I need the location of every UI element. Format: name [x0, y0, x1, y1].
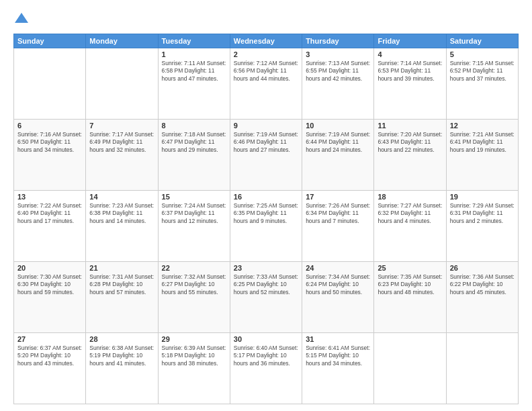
day-number: 6 — [17, 122, 82, 130]
calendar-cell: 11Sunrise: 7:20 AM Sunset: 6:43 PM Dayli… — [374, 120, 446, 191]
day-number: 11 — [378, 122, 442, 130]
calendar-cell: 21Sunrise: 7:31 AM Sunset: 6:28 PM Dayli… — [86, 262, 158, 333]
day-number: 23 — [234, 264, 298, 272]
day-number: 5 — [450, 50, 515, 58]
day-info: Sunrise: 7:19 AM Sunset: 6:46 PM Dayligh… — [234, 131, 298, 154]
calendar-cell: 15Sunrise: 7:24 AM Sunset: 6:37 PM Dayli… — [158, 191, 230, 262]
logo-icon — [13, 11, 30, 27]
calendar-cell: 30Sunrise: 6:40 AM Sunset: 5:17 PM Dayli… — [230, 333, 302, 404]
day-number: 3 — [306, 50, 370, 58]
day-info: Sunrise: 7:23 AM Sunset: 6:38 PM Dayligh… — [89, 202, 154, 225]
calendar-week-row: 27Sunrise: 6:37 AM Sunset: 5:20 PM Dayli… — [14, 333, 519, 404]
calendar-cell: 23Sunrise: 7:33 AM Sunset: 6:25 PM Dayli… — [230, 262, 302, 333]
day-number: 9 — [234, 122, 298, 130]
day-number: 14 — [89, 193, 154, 201]
weekday-header: Monday — [86, 34, 158, 48]
calendar-cell: 26Sunrise: 7:36 AM Sunset: 6:22 PM Dayli… — [446, 262, 518, 333]
calendar-cell: 9Sunrise: 7:19 AM Sunset: 6:46 PM Daylig… — [230, 120, 302, 191]
calendar-cell: 31Sunrise: 6:41 AM Sunset: 5:15 PM Dayli… — [302, 333, 374, 404]
day-number: 21 — [89, 264, 154, 272]
calendar-week-row: 1Sunrise: 7:11 AM Sunset: 6:58 PM Daylig… — [14, 48, 519, 120]
calendar-cell: 27Sunrise: 6:37 AM Sunset: 5:20 PM Dayli… — [14, 333, 86, 404]
svg-marker-0 — [15, 13, 28, 23]
weekday-header: Thursday — [302, 34, 374, 48]
day-info: Sunrise: 7:29 AM Sunset: 6:31 PM Dayligh… — [450, 202, 515, 225]
day-number: 18 — [378, 193, 442, 201]
calendar-cell: 22Sunrise: 7:32 AM Sunset: 6:27 PM Dayli… — [158, 262, 230, 333]
calendar-cell: 13Sunrise: 7:22 AM Sunset: 6:40 PM Dayli… — [14, 191, 86, 262]
calendar-week-row: 6Sunrise: 7:16 AM Sunset: 6:50 PM Daylig… — [14, 120, 519, 191]
calendar-cell: 14Sunrise: 7:23 AM Sunset: 6:38 PM Dayli… — [86, 191, 158, 262]
calendar-cell: 24Sunrise: 7:34 AM Sunset: 6:24 PM Dayli… — [302, 262, 374, 333]
day-info: Sunrise: 7:18 AM Sunset: 6:47 PM Dayligh… — [162, 131, 226, 154]
day-number: 26 — [450, 264, 515, 272]
day-number: 28 — [89, 335, 154, 343]
day-number: 13 — [17, 193, 82, 201]
logo — [13, 11, 32, 27]
calendar-cell: 29Sunrise: 6:39 AM Sunset: 5:18 PM Dayli… — [158, 333, 230, 404]
calendar-cell — [446, 333, 518, 404]
weekday-header-row: SundayMondayTuesdayWednesdayThursdayFrid… — [14, 34, 519, 48]
weekday-header: Sunday — [14, 34, 86, 48]
day-info: Sunrise: 7:24 AM Sunset: 6:37 PM Dayligh… — [162, 202, 226, 225]
day-info: Sunrise: 6:39 AM Sunset: 5:18 PM Dayligh… — [162, 345, 226, 367]
calendar-week-row: 20Sunrise: 7:30 AM Sunset: 6:30 PM Dayli… — [14, 262, 519, 333]
calendar-cell: 4Sunrise: 7:14 AM Sunset: 6:53 PM Daylig… — [374, 48, 446, 120]
calendar-week-row: 13Sunrise: 7:22 AM Sunset: 6:40 PM Dayli… — [14, 191, 519, 262]
day-number: 20 — [17, 264, 82, 272]
weekday-header: Friday — [374, 34, 446, 48]
calendar-cell: 25Sunrise: 7:35 AM Sunset: 6:23 PM Dayli… — [374, 262, 446, 333]
calendar-cell: 5Sunrise: 7:15 AM Sunset: 6:52 PM Daylig… — [446, 48, 518, 120]
calendar-cell: 19Sunrise: 7:29 AM Sunset: 6:31 PM Dayli… — [446, 191, 518, 262]
day-info: Sunrise: 7:27 AM Sunset: 6:32 PM Dayligh… — [378, 202, 442, 225]
calendar-cell: 7Sunrise: 7:17 AM Sunset: 6:49 PM Daylig… — [86, 120, 158, 191]
day-number: 8 — [162, 122, 226, 130]
day-info: Sunrise: 7:14 AM Sunset: 6:53 PM Dayligh… — [378, 60, 442, 83]
day-info: Sunrise: 7:17 AM Sunset: 6:49 PM Dayligh… — [89, 131, 154, 154]
calendar-cell: 16Sunrise: 7:25 AM Sunset: 6:35 PM Dayli… — [230, 191, 302, 262]
day-info: Sunrise: 7:30 AM Sunset: 6:30 PM Dayligh… — [17, 273, 82, 296]
day-info: Sunrise: 6:37 AM Sunset: 5:20 PM Dayligh… — [17, 345, 82, 367]
header — [13, 11, 519, 27]
day-info: Sunrise: 7:32 AM Sunset: 6:27 PM Dayligh… — [162, 273, 226, 296]
day-info: Sunrise: 7:33 AM Sunset: 6:25 PM Dayligh… — [234, 273, 298, 296]
day-info: Sunrise: 7:13 AM Sunset: 6:55 PM Dayligh… — [306, 60, 370, 83]
day-number: 1 — [162, 50, 226, 58]
day-info: Sunrise: 7:12 AM Sunset: 6:56 PM Dayligh… — [234, 60, 298, 83]
day-info: Sunrise: 7:20 AM Sunset: 6:43 PM Dayligh… — [378, 131, 442, 154]
calendar-cell: 18Sunrise: 7:27 AM Sunset: 6:32 PM Dayli… — [374, 191, 446, 262]
calendar-cell: 1Sunrise: 7:11 AM Sunset: 6:58 PM Daylig… — [158, 48, 230, 120]
day-info: Sunrise: 7:15 AM Sunset: 6:52 PM Dayligh… — [450, 60, 515, 83]
page: SundayMondayTuesdayWednesdayThursdayFrid… — [0, 0, 532, 411]
day-number: 17 — [306, 193, 370, 201]
day-info: Sunrise: 7:36 AM Sunset: 6:22 PM Dayligh… — [450, 273, 515, 296]
day-number: 15 — [162, 193, 226, 201]
day-info: Sunrise: 7:35 AM Sunset: 6:23 PM Dayligh… — [378, 273, 442, 296]
calendar-cell: 6Sunrise: 7:16 AM Sunset: 6:50 PM Daylig… — [14, 120, 86, 191]
day-number: 2 — [234, 50, 298, 58]
day-number: 29 — [162, 335, 226, 343]
calendar-cell: 28Sunrise: 6:38 AM Sunset: 5:19 PM Dayli… — [86, 333, 158, 404]
calendar-cell: 20Sunrise: 7:30 AM Sunset: 6:30 PM Dayli… — [14, 262, 86, 333]
day-number: 16 — [234, 193, 298, 201]
day-info: Sunrise: 7:21 AM Sunset: 6:41 PM Dayligh… — [450, 131, 515, 154]
day-number: 24 — [306, 264, 370, 272]
day-number: 4 — [378, 50, 442, 58]
day-number: 19 — [450, 193, 515, 201]
day-number: 12 — [450, 122, 515, 130]
calendar-cell — [374, 333, 446, 404]
day-info: Sunrise: 7:16 AM Sunset: 6:50 PM Dayligh… — [17, 131, 82, 154]
day-info: Sunrise: 7:19 AM Sunset: 6:44 PM Dayligh… — [306, 131, 370, 154]
day-info: Sunrise: 6:38 AM Sunset: 5:19 PM Dayligh… — [89, 345, 154, 367]
calendar-cell: 3Sunrise: 7:13 AM Sunset: 6:55 PM Daylig… — [302, 48, 374, 120]
day-info: Sunrise: 6:40 AM Sunset: 5:17 PM Dayligh… — [234, 345, 298, 367]
day-info: Sunrise: 7:31 AM Sunset: 6:28 PM Dayligh… — [89, 273, 154, 296]
day-info: Sunrise: 7:34 AM Sunset: 6:24 PM Dayligh… — [306, 273, 370, 296]
calendar-cell: 2Sunrise: 7:12 AM Sunset: 6:56 PM Daylig… — [230, 48, 302, 120]
calendar-cell: 10Sunrise: 7:19 AM Sunset: 6:44 PM Dayli… — [302, 120, 374, 191]
calendar-cell: 8Sunrise: 7:18 AM Sunset: 6:47 PM Daylig… — [158, 120, 230, 191]
day-info: Sunrise: 7:11 AM Sunset: 6:58 PM Dayligh… — [162, 60, 226, 83]
day-number: 30 — [234, 335, 298, 343]
day-number: 7 — [89, 122, 154, 130]
day-info: Sunrise: 6:41 AM Sunset: 5:15 PM Dayligh… — [306, 345, 370, 367]
